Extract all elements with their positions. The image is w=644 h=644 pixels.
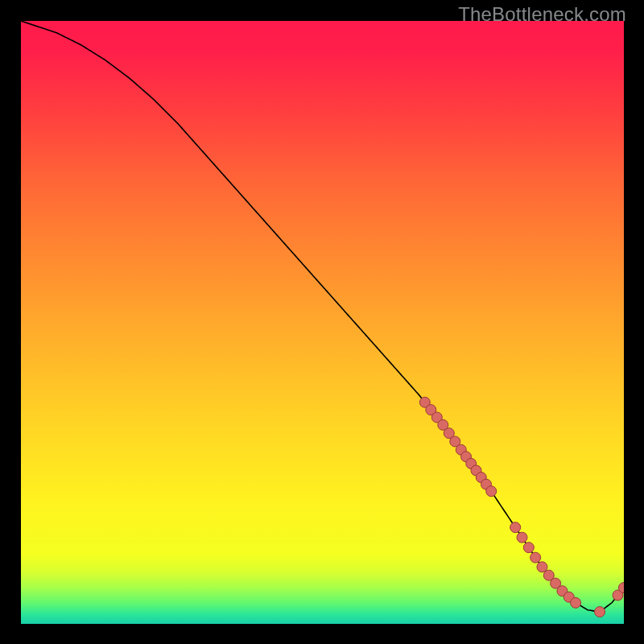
data-marker [510,522,521,533]
gradient-bg [21,21,624,624]
bottleneck-chart [21,21,624,624]
data-marker [517,532,527,543]
data-marker [530,552,541,563]
data-marker [571,597,581,608]
data-marker [486,486,497,497]
data-marker [595,607,605,617]
watermark-text: TheBottleneck.com [458,3,626,26]
data-marker [523,543,534,553]
chart-stage: TheBottleneck.com [0,0,644,644]
